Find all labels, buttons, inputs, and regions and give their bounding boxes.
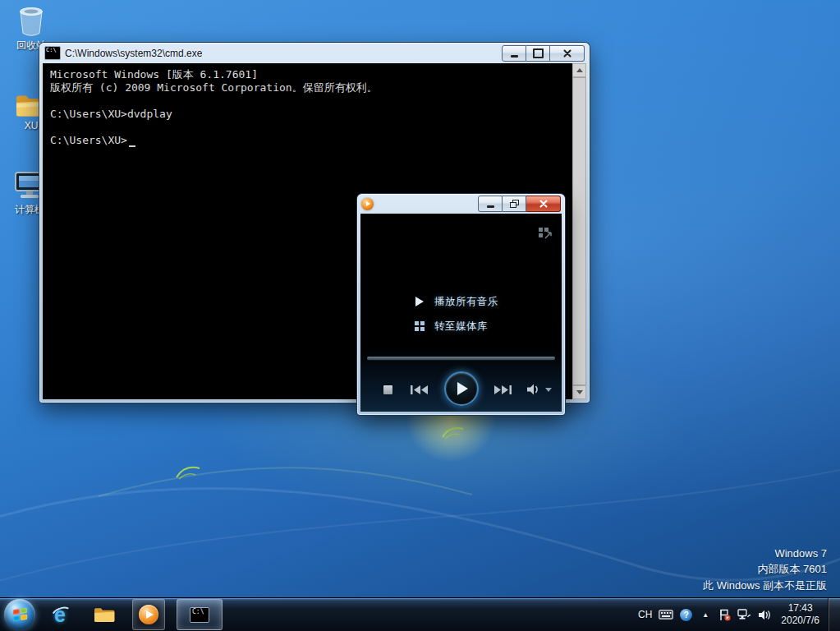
folder-icon <box>93 606 116 624</box>
cmd-titlebar[interactable]: C:\ C:\Windows\system32\cmd.exe <box>39 43 590 63</box>
close-button[interactable] <box>550 45 585 62</box>
console-cursor <box>129 135 135 147</box>
scroll-down-button[interactable] <box>572 385 586 399</box>
network-button[interactable] <box>734 598 755 631</box>
clock-time: 17:43 <box>781 602 819 615</box>
close-button[interactable] <box>526 196 561 212</box>
internet-explorer-button[interactable]: e <box>44 599 76 630</box>
keyboard-layout-button[interactable] <box>655 598 677 631</box>
menu-item-label: 转至媒体库 <box>434 320 488 334</box>
media-player-window: 播放所有音乐 转至媒体库 <box>357 194 565 415</box>
ime-help-button[interactable]: ? <box>677 598 695 631</box>
play-icon <box>457 382 468 395</box>
action-center-flag-icon <box>718 609 731 621</box>
console-scrollbar[interactable] <box>572 63 586 399</box>
volume-dropdown-icon[interactable] <box>545 388 552 392</box>
watermark-line: Windows 7 <box>703 546 827 562</box>
action-center-button[interactable] <box>715 598 734 631</box>
language-indicator[interactable]: CH <box>635 598 655 631</box>
menu-item-label: 播放所有音乐 <box>434 295 498 309</box>
minimize-icon <box>511 55 518 58</box>
console-line: C:\Users\XU>dvdplay <box>50 108 565 121</box>
start-button[interactable] <box>4 599 35 630</box>
restore-icon <box>510 200 519 208</box>
keyboard-icon <box>659 610 673 619</box>
clock-date: 2020/7/6 <box>781 615 819 627</box>
seek-bar[interactable] <box>367 357 555 360</box>
play-button[interactable] <box>444 371 479 406</box>
close-icon <box>563 49 571 58</box>
wallpaper-sparkle <box>441 424 466 440</box>
taskbar: e C:\ CH <box>0 597 840 631</box>
desktop-icon-label: XU <box>25 120 39 131</box>
console-line: Microsoft Windows [版本 6.1.7601] <box>50 68 565 81</box>
close-icon <box>539 200 548 208</box>
switch-to-library-icon[interactable] <box>538 227 553 239</box>
restore-button[interactable] <box>503 196 526 212</box>
wmp-window-controls <box>478 196 561 212</box>
help-icon: ? <box>680 609 692 621</box>
console-line <box>50 94 565 108</box>
volume-button[interactable] <box>755 598 774 631</box>
transport-controls <box>360 369 562 408</box>
windows-desktop: 回收站 XU 计算机 C:\ C:\Windows\system32\cmd.e… <box>0 0 840 631</box>
media-player-taskbar-button[interactable] <box>132 599 165 630</box>
go-to-library-item[interactable]: 转至媒体库 <box>413 314 498 339</box>
minimize-button[interactable] <box>502 45 526 62</box>
internet-explorer-icon: e <box>54 605 66 625</box>
play-icon <box>413 297 426 306</box>
play-all-music-item[interactable]: 播放所有音乐 <box>413 289 498 314</box>
maximize-icon <box>533 48 544 58</box>
wallpaper-sparkle <box>175 463 203 481</box>
volume-button[interactable] <box>526 384 540 395</box>
cmd-window-title: C:\Windows\system32\cmd.exe <box>65 48 202 59</box>
library-grid-icon <box>413 321 426 331</box>
wmp-menu: 播放所有音乐 转至媒体库 <box>413 289 498 339</box>
caret-up-icon: ▲ <box>702 611 709 619</box>
windows-logo-icon <box>12 608 26 621</box>
watermark-line: 内部版本 7601 <box>703 561 827 578</box>
network-icon <box>737 609 751 620</box>
explorer-button[interactable] <box>88 599 121 630</box>
console-output: Microsoft Windows [版本 6.1.7601] 版权所有 (c)… <box>50 68 565 147</box>
wmp-titlebar[interactable] <box>357 194 565 214</box>
minimize-button[interactable] <box>478 196 503 212</box>
console-line <box>50 121 565 134</box>
cmd-icon: C:\ <box>190 607 209 623</box>
cmd-window-controls <box>502 45 585 62</box>
console-prompt: C:\Users\XU> <box>50 134 127 146</box>
watermark-line: 此 Windows 副本不是正版 <box>703 578 827 594</box>
stop-button[interactable] <box>383 385 392 394</box>
wmp-window-icon <box>361 198 374 210</box>
media-player-icon <box>139 605 158 624</box>
taskbar-clock[interactable]: 17:43 2020/7/6 <box>774 602 828 627</box>
speaker-icon <box>758 610 771 620</box>
maximize-button[interactable] <box>526 45 550 62</box>
previous-button[interactable] <box>410 385 429 395</box>
system-tray: CH ? ▲ <box>635 598 840 631</box>
console-prompt-line: C:\Users\XU> <box>50 134 565 147</box>
show-desktop-button[interactable] <box>828 598 840 631</box>
recycle-bin-icon <box>16 5 46 38</box>
scroll-up-button[interactable] <box>572 63 586 77</box>
cmd-window-icon: C:\ <box>44 46 61 60</box>
wmp-now-playing: 播放所有音乐 转至媒体库 <box>360 214 562 412</box>
show-hidden-icons-button[interactable]: ▲ <box>695 598 715 631</box>
taskbar-apps: e C:\ <box>44 598 223 631</box>
scrollbar-thumb[interactable] <box>572 77 586 385</box>
minimize-icon <box>487 205 494 208</box>
next-button[interactable] <box>493 385 512 395</box>
cmd-taskbar-button[interactable]: C:\ <box>177 599 223 630</box>
activation-watermark: Windows 7 内部版本 7601 此 Windows 副本不是正版 <box>703 546 827 594</box>
console-line: 版权所有 (c) 2009 Microsoft Corporation。保留所有… <box>50 81 565 94</box>
